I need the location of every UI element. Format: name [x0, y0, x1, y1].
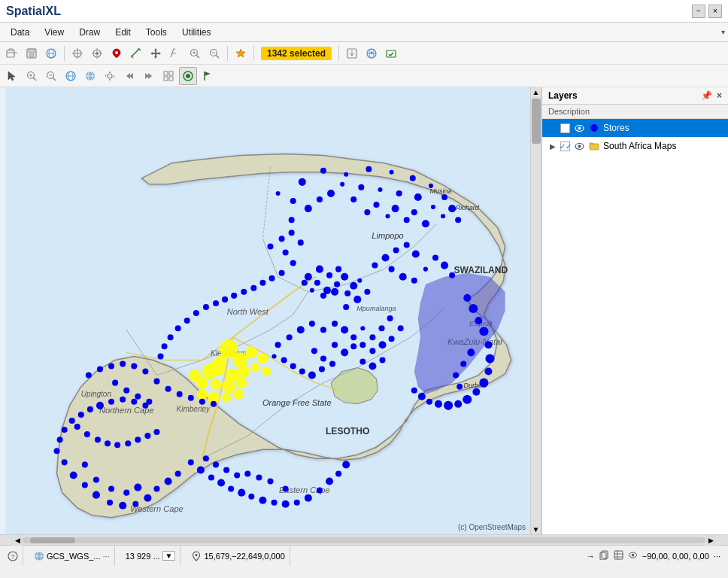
svg-point-265 [177, 391, 183, 397]
svg-point-244 [305, 494, 312, 502]
pointer-tool[interactable] [3, 67, 21, 85]
svg-point-79 [216, 354, 226, 365]
status-help[interactable]: ? [3, 546, 23, 566]
more-button[interactable]: ··· [714, 552, 720, 561]
svg-point-300 [168, 334, 174, 340]
crs-text: GCS_WGS_... [47, 552, 101, 561]
svg-point-150 [423, 267, 428, 272]
scroll-thumb-vertical[interactable] [532, 99, 541, 144]
svg-point-90 [222, 394, 231, 403]
records-text: 13 929 ... [126, 552, 160, 561]
status-crs[interactable]: GCS_WGS_... ··· [29, 546, 115, 566]
map-container[interactable]: Limpopo North West Klerksdorp Northern C… [0, 87, 541, 534]
layer-eye-icon-sa-maps[interactable] [573, 140, 585, 152]
scroll-down-arrow[interactable]: ▼ [531, 525, 541, 534]
layer-item-sa-maps[interactable]: ▶ ✓ South Africa Maps [542, 137, 728, 155]
svg-point-288 [279, 270, 285, 276]
zoom-out2-button[interactable] [205, 44, 223, 62]
layers-close-button[interactable]: × [717, 90, 722, 101]
open-button[interactable] [3, 44, 21, 62]
table-icon[interactable] [614, 550, 623, 561]
select-button[interactable] [68, 44, 86, 62]
svg-point-311 [578, 126, 581, 129]
records-dropdown[interactable]: ▼ [162, 551, 176, 561]
nav-icon[interactable]: → [587, 552, 595, 561]
northwest-label: North West [227, 307, 269, 316]
export3-button[interactable] [382, 44, 400, 62]
layer-expand-sa-maps[interactable]: ▶ [548, 141, 557, 151]
info-button[interactable] [166, 44, 184, 62]
move-button[interactable] [147, 44, 165, 62]
menu-item-utilities[interactable]: Utilities [174, 26, 219, 39]
settings-tool[interactable] [101, 67, 119, 85]
status-records[interactable]: 13 929 ... ▼ [121, 546, 181, 566]
globe2-tool[interactable] [81, 67, 99, 85]
flag-tool[interactable] [199, 67, 217, 85]
map-copyright: (c) OpenStreetMaps [458, 523, 526, 531]
hscroll-track[interactable] [23, 537, 705, 543]
hscroll-left-arrow[interactable]: ◀ [12, 535, 23, 546]
svg-point-261 [131, 363, 137, 369]
zoom-select-button[interactable] [186, 44, 204, 62]
svg-point-190 [369, 348, 375, 354]
menu-item-data[interactable]: Data [3, 26, 37, 39]
save-button[interactable] [23, 44, 41, 62]
richard-label: Richard [456, 204, 480, 211]
layer-checkbox-stores[interactable] [560, 123, 570, 133]
globe-button[interactable] [42, 44, 60, 62]
back-tool[interactable] [120, 67, 138, 85]
svg-point-298 [184, 318, 190, 324]
layer-label-stores: Stores [603, 123, 629, 133]
hscroll-right-arrow[interactable]: ▶ [705, 535, 716, 546]
svg-point-147 [389, 266, 395, 272]
menubar: Data View Draw Edit Tools Utilities ▾ [0, 23, 728, 42]
svg-point-122 [276, 191, 281, 196]
svg-point-222 [54, 448, 60, 454]
svg-point-266 [188, 395, 194, 401]
eye-icon[interactable] [628, 550, 638, 561]
svg-point-156 [475, 317, 482, 324]
map-scrollbar-vertical[interactable]: ▲ ▼ [530, 87, 541, 534]
export1-button[interactable] [343, 44, 361, 62]
grid-tool[interactable] [159, 67, 177, 85]
select2-button[interactable] [88, 44, 106, 62]
menu-dropdown-arrow[interactable]: ▾ [721, 28, 725, 36]
crs-icon [34, 551, 44, 561]
menu-item-tools[interactable]: Tools [138, 26, 174, 39]
layer-item-stores[interactable]: Stores [542, 119, 728, 137]
measure-button[interactable] [127, 44, 145, 62]
zoom-out-tool[interactable] [42, 67, 60, 85]
minimize-button[interactable]: − [692, 5, 705, 18]
svg-point-184 [341, 348, 348, 356]
layer-dot-icon-stores [588, 122, 600, 134]
svg-point-144 [393, 247, 399, 253]
forward-tool[interactable] [140, 67, 158, 85]
svg-point-158 [484, 341, 492, 348]
menu-item-draw[interactable]: Draw [71, 26, 108, 39]
layer-eye-icon-stores[interactable] [573, 122, 585, 134]
scroll-up-arrow[interactable]: ▲ [531, 87, 541, 97]
svg-point-154 [463, 294, 471, 302]
globe-tool[interactable] [62, 67, 80, 85]
svg-point-112 [455, 217, 461, 223]
menu-item-edit[interactable]: Edit [108, 26, 138, 39]
layers-pin-button[interactable]: 📌 [701, 90, 712, 101]
svg-rect-324 [614, 551, 623, 559]
layer-checkbox-sa-maps[interactable]: ✓ [560, 141, 570, 151]
copy-icon[interactable] [599, 550, 609, 561]
svg-point-182 [360, 326, 365, 330]
star-button[interactable] [232, 44, 250, 62]
hscroll-thumb[interactable] [30, 537, 75, 543]
menu-item-view[interactable]: View [37, 26, 71, 39]
point-button[interactable] [108, 44, 126, 62]
export2-button[interactable] [362, 44, 381, 62]
crs-menu-button[interactable]: ··· [103, 552, 110, 561]
layer-select-tool[interactable] [179, 67, 197, 85]
svg-point-174 [275, 342, 281, 348]
svg-point-210 [107, 500, 113, 506]
svg-point-129 [334, 281, 340, 287]
close-button[interactable]: × [708, 5, 722, 18]
zoom-in-tool[interactable] [23, 67, 41, 85]
horizontal-scrollbar[interactable]: ◀ ▶ [0, 534, 728, 545]
layer-expand-stores[interactable] [548, 123, 557, 132]
